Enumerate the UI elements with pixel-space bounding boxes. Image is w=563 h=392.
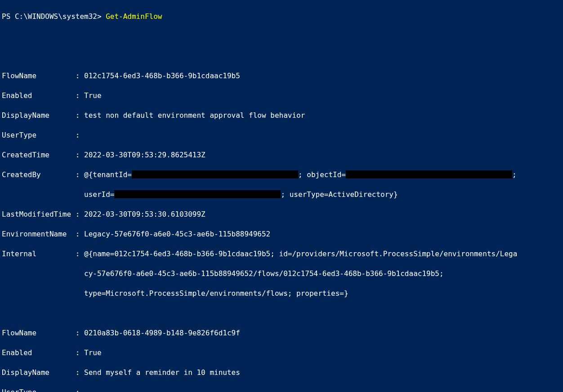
- prompt-line: PS C:\WINDOWS\system32> Get-AdminFlow: [2, 12, 563, 22]
- prompt-path: PS C:\WINDOWS\system32>: [2, 12, 106, 21]
- output-line: type=Microsoft.ProcessSimple/environment…: [2, 289, 563, 298]
- redacted-tenantid: [132, 170, 298, 178]
- output-line: UserType :: [2, 130, 563, 140]
- output-line: FlowName : 012c1754-6ed3-468b-b366-9b1cd…: [2, 71, 563, 81]
- output-line: DisplayName : Send myself a reminder in …: [2, 368, 563, 378]
- output-line: Enabled : True: [2, 91, 563, 101]
- redacted-objectid: [346, 170, 512, 178]
- output-line: cy-57e676f0-a6e0-45c3-ae6b-115b88949652/…: [2, 269, 563, 279]
- output-line: EnvironmentName : Legacy-57e676f0-a6e0-4…: [2, 229, 563, 239]
- output-line: CreatedBy : @{tenantId=; objectId=;: [2, 170, 563, 180]
- output-line: userId=; userType=ActiveDirectory}: [2, 190, 563, 200]
- prompt-command: Get-AdminFlow: [106, 12, 162, 21]
- powershell-terminal[interactable]: PS C:\WINDOWS\system32> Get-AdminFlow Fl…: [0, 0, 563, 392]
- output-line: DisplayName : test non default environme…: [2, 111, 563, 120]
- output-line: CreatedTime : 2022-03-30T09:53:29.862541…: [2, 150, 563, 160]
- output-line: UserType :: [2, 388, 563, 392]
- output-line: FlowName : 0210a83b-0618-4989-b148-9e826…: [2, 328, 563, 338]
- redacted-userid: [114, 190, 281, 198]
- output-line: Enabled : True: [2, 348, 563, 358]
- output-line: LastModifiedTime : 2022-03-30T09:53:30.6…: [2, 209, 563, 219]
- output-line: Internal : @{name=012c1754-6ed3-468b-b36…: [2, 249, 563, 259]
